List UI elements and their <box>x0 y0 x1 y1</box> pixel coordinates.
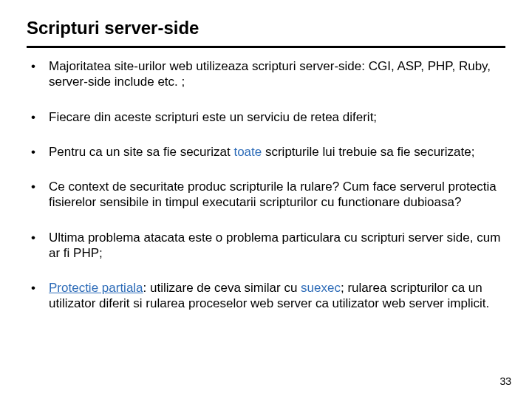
bullet-text: Pentru ca un site sa fie securizat <box>49 145 233 159</box>
slide: Scripturi server-side Majoritatea site-u… <box>0 0 532 399</box>
bullet-text: : utilizare de ceva similar cu <box>143 281 301 295</box>
bullet-link-text: Protectie partiala <box>49 281 143 295</box>
bullet-item: Majoritatea site-urilor web utilizeaza s… <box>27 58 505 90</box>
bullet-text: scripturile lui trebuie sa fie securizat… <box>262 145 474 159</box>
bullet-item: Ultima problema atacata este o problema … <box>27 230 505 262</box>
bullet-text: Majoritatea site-urilor web utilizeaza s… <box>49 59 491 89</box>
slide-title: Scripturi server-side <box>27 18 505 41</box>
bullet-item: Fiecare din aceste scripturi este un ser… <box>27 109 505 125</box>
bullet-item: Pentru ca un site sa fie securizat toate… <box>27 144 505 160</box>
page-number: 33 <box>499 375 511 387</box>
bullet-item: Protectie partiala: utilizare de ceva si… <box>27 280 505 312</box>
bullet-link-text: toate <box>233 145 262 159</box>
bullet-text: Ce context de securitate produc scriptur… <box>49 180 497 209</box>
bullet-text: Fiecare din aceste scripturi este un ser… <box>49 110 377 124</box>
bullet-text: Ultima problema atacata este o problema … <box>49 231 500 260</box>
title-rule <box>27 46 505 48</box>
bullet-item: Ce context de securitate produc scriptur… <box>27 179 505 211</box>
bullet-list: Majoritatea site-urilor web utilizeaza s… <box>27 58 505 312</box>
bullet-link-text: suexec <box>301 281 341 295</box>
